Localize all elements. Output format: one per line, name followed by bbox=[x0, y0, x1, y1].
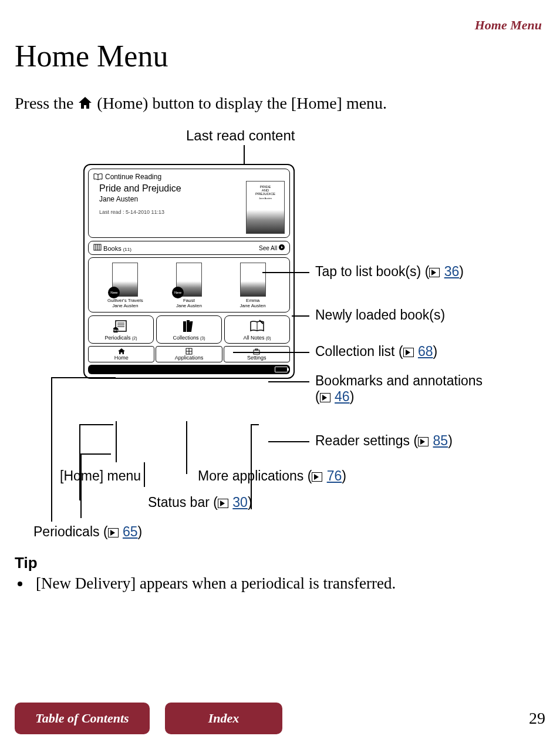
book-author-1: Jane Austen bbox=[166, 303, 212, 308]
page-ref-icon bbox=[418, 437, 429, 446]
battery-icon bbox=[275, 367, 288, 372]
home-icon bbox=[117, 348, 126, 355]
nav-applications[interactable]: Applications bbox=[156, 346, 222, 362]
leader bbox=[262, 272, 309, 273]
callout-collection-list: Collection list ( 68) bbox=[315, 344, 437, 359]
toolbox-icon bbox=[252, 348, 261, 355]
book-title-1: Faust bbox=[166, 298, 212, 303]
link-p65[interactable]: 65 bbox=[123, 524, 138, 539]
continue-reading-label: Continue Reading bbox=[105, 173, 161, 181]
page-ref-icon bbox=[429, 268, 440, 277]
callout-newly-loaded: Newly loaded book(s) bbox=[315, 307, 445, 323]
book-item-1[interactable]: New Faust Jane Austen bbox=[166, 261, 212, 308]
leader bbox=[186, 421, 187, 467]
cr-book-title: Pride and Prejudice bbox=[99, 183, 181, 194]
new-badge-icon: New bbox=[172, 287, 184, 298]
books-count: (11) bbox=[123, 247, 131, 252]
books-label: Books bbox=[103, 245, 122, 252]
all-notes-label: All Notes bbox=[243, 335, 264, 341]
continue-reading-panel[interactable]: Continue Reading Pride and Prejudice Jan… bbox=[88, 169, 290, 238]
book-cover-2 bbox=[240, 263, 266, 297]
notes-icon bbox=[249, 319, 265, 333]
leader bbox=[251, 424, 259, 425]
all-notes-tile[interactable]: All Notes (0) bbox=[224, 315, 290, 344]
periodicals-label: Periodicals bbox=[104, 335, 130, 341]
collections-count: (3) bbox=[200, 336, 205, 340]
page-number: 29 bbox=[529, 709, 545, 728]
newspaper-icon: New bbox=[113, 320, 129, 332]
see-all-link[interactable]: See All bbox=[259, 244, 285, 251]
see-all-label: See All bbox=[259, 245, 277, 251]
book-cover-0: New bbox=[112, 263, 138, 297]
device-mockup: Continue Reading Pride and Prejudice Jan… bbox=[83, 164, 295, 379]
page-title: Home Menu bbox=[15, 39, 545, 73]
nav-apps-label: Applications bbox=[175, 355, 204, 361]
books-header[interactable]: Books (11) See All bbox=[88, 241, 290, 255]
books-stack-icon bbox=[181, 319, 197, 333]
intro-paragraph: Press the (Home) button to display the [… bbox=[15, 91, 545, 116]
page-ref-icon bbox=[312, 472, 322, 482]
grid-icon bbox=[185, 348, 193, 355]
page-ref-icon bbox=[403, 348, 414, 357]
callout-reader-settings: Reader settings ( 85) bbox=[315, 433, 453, 449]
book-cover-1: New bbox=[176, 263, 202, 297]
leader bbox=[268, 381, 309, 382]
book-item-2[interactable]: Emma Jane Austen bbox=[230, 261, 276, 308]
arrow-right-icon bbox=[279, 244, 285, 250]
svg-rect-20 bbox=[255, 349, 258, 350]
cr-book-author: Jane Austen bbox=[99, 195, 181, 203]
continue-reading-header: Continue Reading bbox=[93, 173, 285, 181]
page-ref-icon bbox=[108, 528, 119, 537]
leader bbox=[51, 377, 116, 378]
bookshelf-icon bbox=[93, 244, 102, 251]
toc-button[interactable]: Table of Contents bbox=[15, 703, 150, 734]
callout-status-bar: Status bar ( 30) bbox=[148, 495, 252, 510]
book-title-2: Emma bbox=[230, 298, 276, 303]
book-item-0[interactable]: New Gulliver's Travels Jane Austen bbox=[102, 261, 149, 308]
periodicals-tile[interactable]: New Periodicals (2) bbox=[88, 315, 154, 344]
leader bbox=[79, 424, 113, 425]
callout-bookmarks: Bookmarks and annotations ( 46) bbox=[315, 373, 503, 405]
books-panel: New Gulliver's Travels Jane Austen New F… bbox=[88, 257, 290, 312]
svg-text:New: New bbox=[113, 328, 119, 332]
page-ref-icon bbox=[218, 499, 228, 508]
nav-settings[interactable]: Settings bbox=[224, 346, 290, 362]
book-title-0: Gulliver's Travels bbox=[102, 298, 149, 303]
nav-settings-label: Settings bbox=[247, 355, 266, 361]
callout-tap-books: Tap to list book(s) ( 36) bbox=[315, 264, 464, 280]
diagram: Last read content Continue Reading Pride… bbox=[16, 127, 544, 550]
link-p30[interactable]: 30 bbox=[232, 495, 248, 510]
nav-home-label: Home bbox=[114, 355, 129, 361]
all-notes-count: (0) bbox=[266, 336, 271, 340]
tip-list: [New Delivery] appears when a periodical… bbox=[15, 574, 545, 593]
index-button[interactable]: Index bbox=[165, 703, 282, 734]
tip-heading: Tip bbox=[15, 554, 545, 572]
callout-home-menu: [Home] menu bbox=[60, 468, 141, 484]
link-p76[interactable]: 76 bbox=[327, 468, 342, 483]
leader bbox=[51, 377, 52, 522]
link-p85[interactable]: 85 bbox=[433, 433, 448, 448]
page-ref-icon bbox=[320, 393, 330, 402]
book-author-2: Jane Austen bbox=[230, 303, 276, 308]
section-header: Home Menu bbox=[15, 18, 542, 33]
intro-text-2: (Home) button to display the [Home] menu… bbox=[97, 94, 387, 112]
status-bar bbox=[88, 365, 290, 374]
callout-more-apps: More applications ( 76) bbox=[198, 468, 346, 484]
home-icon bbox=[77, 96, 93, 110]
link-p46[interactable]: 46 bbox=[335, 389, 350, 404]
cr-last-read: Last read : 5-14-2010 11:13 bbox=[99, 209, 181, 215]
cr-cover: PRIDE AND PREJUDICE Jane Austen bbox=[246, 181, 285, 234]
link-p36[interactable]: 36 bbox=[444, 264, 460, 279]
callout-periodicals: Periodicals ( 65) bbox=[33, 524, 142, 540]
leader bbox=[268, 441, 309, 442]
leader bbox=[144, 462, 145, 487]
cover-author: Jane Austen bbox=[259, 197, 272, 200]
leader bbox=[292, 315, 309, 317]
nav-home[interactable]: Home bbox=[88, 346, 154, 362]
intro-text-1: Press the bbox=[15, 94, 77, 112]
link-p68[interactable]: 68 bbox=[418, 344, 433, 359]
leader bbox=[80, 453, 111, 455]
leader bbox=[80, 453, 82, 518]
collections-tile[interactable]: Collections (3) bbox=[156, 315, 222, 344]
leader bbox=[116, 421, 117, 462]
